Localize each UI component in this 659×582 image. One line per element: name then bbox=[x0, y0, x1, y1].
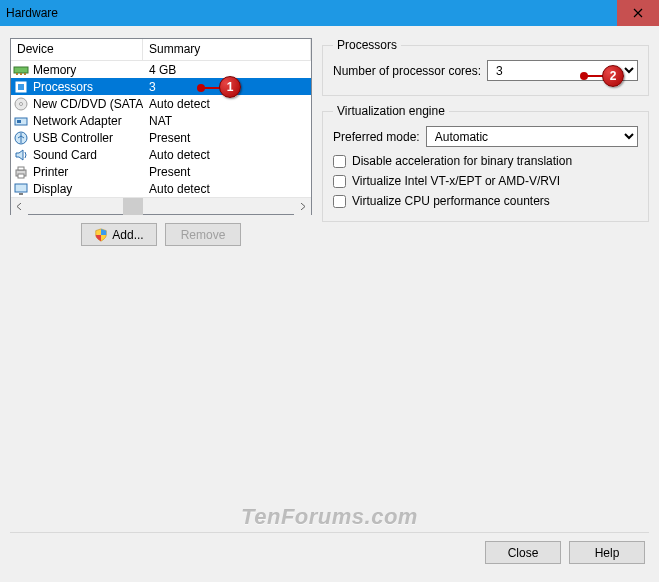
preferred-mode-row: Preferred mode: Automatic bbox=[333, 126, 638, 147]
column-header-device[interactable]: Device bbox=[11, 39, 143, 60]
device-cell: Sound Card bbox=[11, 147, 143, 163]
annotation-badge-1: 1 bbox=[219, 76, 241, 98]
sound-icon bbox=[13, 147, 29, 163]
column-header-summary[interactable]: Summary bbox=[143, 39, 311, 60]
device-summary: Present bbox=[143, 131, 311, 145]
help-button-label: Help bbox=[595, 546, 620, 560]
virtualize-perf-checkbox[interactable] bbox=[333, 195, 346, 208]
memory-icon bbox=[13, 62, 29, 78]
remove-button: Remove bbox=[165, 223, 241, 246]
device-list: Device Summary Memory4 GBProcessors3New … bbox=[10, 38, 312, 215]
horizontal-scrollbar[interactable] bbox=[11, 197, 311, 214]
settings-pane: Processors Number of processor cores: 3 … bbox=[322, 38, 649, 526]
nic-icon bbox=[13, 113, 29, 129]
usb-icon bbox=[13, 130, 29, 146]
svg-point-7 bbox=[20, 102, 23, 105]
device-cell: Display bbox=[11, 181, 143, 197]
close-button[interactable]: Close bbox=[485, 541, 561, 564]
scroll-thumb[interactable] bbox=[123, 198, 143, 215]
virtualize-vtx-label: Virtualize Intel VT-x/EPT or AMD-V/RVI bbox=[352, 174, 560, 188]
device-name: Network Adapter bbox=[33, 114, 122, 128]
chevron-right-icon bbox=[299, 203, 306, 210]
svg-rect-15 bbox=[19, 193, 23, 195]
device-row[interactable]: New CD/DVD (SATA)Auto detect bbox=[11, 95, 311, 112]
annotation-badge-2: 2 bbox=[602, 65, 624, 87]
disc-icon bbox=[13, 96, 29, 112]
virtualize-perf-row: Virtualize CPU performance counters bbox=[333, 191, 638, 211]
virtualize-vtx-row: Virtualize Intel VT-x/EPT or AMD-V/RVI bbox=[333, 171, 638, 191]
device-row[interactable]: Memory4 GB bbox=[11, 61, 311, 78]
device-name: Display bbox=[33, 182, 72, 196]
device-list-body: Memory4 GBProcessors3New CD/DVD (SATA)Au… bbox=[11, 61, 311, 197]
cpu-icon bbox=[13, 79, 29, 95]
close-button-label: Close bbox=[508, 546, 539, 560]
svg-rect-9 bbox=[17, 120, 21, 123]
printer-icon bbox=[13, 164, 29, 180]
disable-accel-label: Disable acceleration for binary translat… bbox=[352, 154, 572, 168]
chevron-left-icon bbox=[16, 203, 23, 210]
svg-rect-0 bbox=[14, 67, 28, 73]
virtualization-group: Virtualization engine Preferred mode: Au… bbox=[322, 104, 649, 222]
device-row[interactable]: Network AdapterNAT bbox=[11, 112, 311, 129]
cores-row: Number of processor cores: 3 bbox=[333, 60, 638, 81]
device-row[interactable]: Sound CardAuto detect bbox=[11, 146, 311, 163]
device-summary: Auto detect bbox=[143, 97, 311, 111]
virtualize-perf-label: Virtualize CPU performance counters bbox=[352, 194, 550, 208]
device-cell: USB Controller bbox=[11, 130, 143, 146]
processors-legend: Processors bbox=[333, 38, 401, 52]
scroll-track[interactable] bbox=[28, 198, 294, 214]
device-summary: Auto detect bbox=[143, 182, 311, 196]
scroll-left-button[interactable] bbox=[11, 198, 28, 215]
dialog-content: Device Summary Memory4 GBProcessors3New … bbox=[0, 26, 659, 582]
virtualization-legend: Virtualization engine bbox=[333, 104, 449, 118]
device-name: USB Controller bbox=[33, 131, 113, 145]
device-row[interactable]: USB ControllerPresent bbox=[11, 129, 311, 146]
device-summary: NAT bbox=[143, 114, 311, 128]
device-row[interactable]: Processors3 bbox=[11, 78, 311, 95]
svg-rect-5 bbox=[18, 84, 24, 90]
preferred-mode-select[interactable]: Automatic bbox=[426, 126, 638, 147]
device-row[interactable]: PrinterPresent bbox=[11, 163, 311, 180]
help-button[interactable]: Help bbox=[569, 541, 645, 564]
disable-accel-checkbox[interactable] bbox=[333, 155, 346, 168]
device-name: Memory bbox=[33, 63, 76, 77]
device-name: Processors bbox=[33, 80, 93, 94]
svg-rect-3 bbox=[24, 73, 26, 75]
preferred-mode-label: Preferred mode: bbox=[333, 130, 420, 144]
device-cell: Printer bbox=[11, 164, 143, 180]
processors-group: Processors Number of processor cores: 3 bbox=[322, 38, 649, 96]
remove-button-label: Remove bbox=[181, 228, 226, 242]
virtualize-vtx-checkbox[interactable] bbox=[333, 175, 346, 188]
cores-label: Number of processor cores: bbox=[333, 64, 481, 78]
close-icon bbox=[633, 8, 643, 18]
left-column: Device Summary Memory4 GBProcessors3New … bbox=[10, 38, 312, 526]
window-title: Hardware bbox=[6, 6, 617, 20]
device-name: Sound Card bbox=[33, 148, 97, 162]
display-icon bbox=[13, 181, 29, 197]
device-cell: New CD/DVD (SATA) bbox=[11, 96, 143, 112]
device-name: Printer bbox=[33, 165, 68, 179]
uac-shield-icon bbox=[94, 228, 108, 242]
device-cell: Processors bbox=[11, 79, 143, 95]
svg-rect-1 bbox=[16, 73, 18, 75]
add-button[interactable]: Add... bbox=[81, 223, 157, 246]
device-summary: Auto detect bbox=[143, 148, 311, 162]
scroll-right-button[interactable] bbox=[294, 198, 311, 215]
device-row[interactable]: DisplayAuto detect bbox=[11, 180, 311, 197]
svg-rect-2 bbox=[20, 73, 22, 75]
device-name: New CD/DVD (SATA) bbox=[33, 97, 143, 111]
device-cell: Network Adapter bbox=[11, 113, 143, 129]
svg-rect-14 bbox=[15, 184, 27, 192]
device-list-header: Device Summary bbox=[11, 39, 311, 61]
disable-accel-row: Disable acceleration for binary translat… bbox=[333, 151, 638, 171]
device-list-buttons: Add... Remove bbox=[10, 215, 312, 246]
titlebar: Hardware bbox=[0, 0, 659, 26]
svg-rect-12 bbox=[18, 167, 24, 170]
bottom-bar: Close Help bbox=[10, 532, 649, 572]
close-window-button[interactable] bbox=[617, 0, 659, 26]
device-summary: Present bbox=[143, 165, 311, 179]
device-cell: Memory bbox=[11, 62, 143, 78]
add-button-label: Add... bbox=[112, 228, 143, 242]
device-summary: 4 GB bbox=[143, 63, 311, 77]
svg-rect-13 bbox=[18, 174, 24, 178]
